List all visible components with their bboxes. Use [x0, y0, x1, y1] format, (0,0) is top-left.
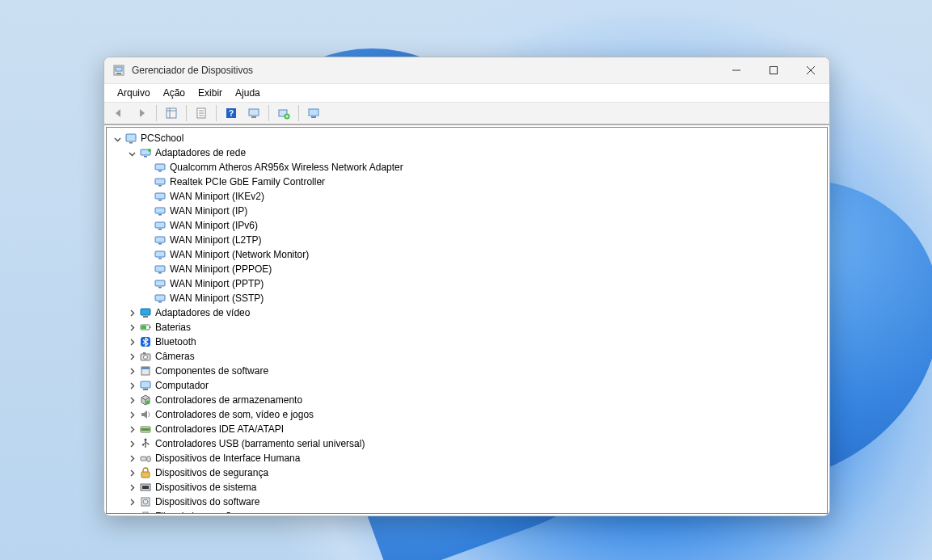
tree-label: Filas de impressão [155, 511, 245, 514]
svg-rect-22 [309, 109, 318, 116]
menu-view[interactable]: Exibir [192, 86, 229, 100]
help-button[interactable]: ? [221, 103, 241, 123]
svg-rect-4 [770, 67, 778, 74]
network-device-icon [154, 161, 167, 174]
scan-hardware-button[interactable] [244, 103, 264, 123]
tree-label: Computador [155, 380, 217, 391]
device-manager-window: Gerenciador de Dispositivos Arquivo Ação… [103, 57, 830, 516]
device-item[interactable]: WAN Miniport (Network Monitor) [112, 247, 827, 262]
content-area: PCSchoolAdaptadores de redeQualcomm Athe… [104, 124, 829, 516]
tree-label: Controladores de armazenamento [155, 394, 310, 406]
add-legacy-hardware-button[interactable] [274, 103, 293, 123]
svg-rect-1 [116, 67, 122, 71]
sound-controller-icon [139, 408, 152, 421]
device-item[interactable]: WAN Miniport (IKEv2) [112, 189, 827, 204]
network-device-icon [154, 248, 167, 261]
battery-icon [139, 321, 152, 334]
expander-icon[interactable] [126, 322, 137, 333]
svg-rect-17 [251, 116, 256, 118]
category-item[interactable]: Controladores IDE ATA/ATAPI [112, 422, 827, 436]
expander-icon[interactable] [112, 133, 123, 144]
tree-label: Dispositivos do software [155, 496, 268, 507]
expander-icon[interactable] [126, 496, 137, 507]
close-button[interactable] [792, 57, 829, 83]
device-item[interactable]: WAN Miniport (L2TP) [112, 233, 827, 247]
svg-rect-23 [311, 116, 316, 118]
storage-controller-icon [139, 394, 152, 406]
maximize-button[interactable] [755, 57, 792, 83]
tree-scroll[interactable]: PCSchoolAdaptadores de redeQualcomm Athe… [106, 127, 828, 514]
expander-icon[interactable] [126, 409, 137, 420]
device-item[interactable]: WAN Miniport (IP) [112, 204, 827, 218]
menu-help[interactable]: Ajuda [229, 86, 267, 100]
category-item[interactable]: Dispositivos do software [112, 495, 827, 509]
device-item[interactable]: Realtek PCIe GbE Family Controller [112, 175, 827, 189]
category-network-adapters[interactable]: Adaptadores de rede [112, 145, 827, 160]
device-item[interactable]: WAN Miniport (PPPOE) [112, 262, 827, 276]
root-icon [124, 132, 137, 145]
tree-label: Controladores de som, vídeo e jogos [155, 409, 322, 420]
category-item[interactable]: Baterias [112, 320, 827, 335]
network-adapter-icon [139, 146, 152, 159]
expander-icon[interactable] [126, 307, 137, 318]
expander-icon[interactable] [126, 438, 137, 449]
display-adapter-icon [139, 306, 152, 319]
minimize-button[interactable] [718, 57, 755, 83]
menu-file[interactable]: Arquivo [111, 86, 157, 100]
device-item[interactable]: WAN Miniport (PPTP) [112, 276, 827, 291]
properties-button[interactable] [192, 103, 211, 123]
tree-label: Dispositivos de Interface Humana [155, 453, 308, 464]
expander-icon[interactable] [126, 365, 137, 377]
expander-icon[interactable] [126, 467, 137, 478]
category-item[interactable]: Bluetooth [112, 335, 827, 349]
category-item[interactable]: Controladores de armazenamento [112, 393, 827, 407]
tree-label: Dispositivos de sistema [155, 482, 264, 493]
expander-icon[interactable] [126, 147, 137, 158]
camera-icon [139, 350, 152, 363]
tree-label: Câmeras [155, 351, 203, 362]
expander-icon[interactable] [126, 423, 137, 435]
software-device-icon [139, 495, 152, 508]
tree-label: Baterias [155, 322, 199, 333]
device-item[interactable]: WAN Miniport (IPv6) [112, 218, 827, 233]
expander-icon[interactable] [126, 511, 137, 514]
app-icon [112, 64, 125, 77]
tree-label: Adaptadores de vídeo [155, 307, 258, 318]
expander-icon[interactable] [126, 380, 137, 391]
tree-label: Qualcomm Atheros AR956x Wireless Network… [170, 162, 411, 173]
device-item[interactable]: WAN Miniport (SSTP) [112, 291, 827, 305]
tree-root[interactable]: PCSchool [112, 131, 827, 145]
network-device-icon [154, 204, 167, 217]
category-item[interactable]: Controladores de som, vídeo e jogos [112, 407, 827, 422]
show-tree-button[interactable] [162, 103, 181, 123]
tree-label: WAN Miniport (L2TP) [170, 234, 270, 246]
forward-button[interactable] [132, 103, 151, 123]
back-button[interactable] [109, 103, 129, 123]
category-item[interactable]: Dispositivos de segurança [112, 465, 827, 480]
category-item[interactable]: Componentes de software [112, 364, 827, 378]
menu-action[interactable]: Ação [157, 86, 192, 100]
category-item[interactable]: Dispositivos de sistema [112, 480, 827, 495]
svg-rect-16 [249, 109, 259, 116]
expander-icon[interactable] [126, 482, 137, 493]
svg-rect-2 [116, 73, 121, 74]
network-device-icon [154, 292, 167, 305]
svg-text:?: ? [229, 109, 234, 118]
expander-icon[interactable] [126, 336, 137, 347]
hid-icon [139, 452, 152, 465]
expander-icon[interactable] [126, 453, 137, 464]
category-item[interactable]: Adaptadores de vídeo [112, 305, 827, 320]
category-item[interactable]: Câmeras [112, 349, 827, 364]
category-item[interactable]: Computador [112, 378, 827, 393]
device-item[interactable]: Qualcomm Atheros AR956x Wireless Network… [112, 160, 827, 175]
category-item[interactable]: Controladores USB (barramento serial uni… [112, 436, 827, 451]
category-item[interactable]: Dispositivos de Interface Humana [112, 451, 827, 465]
view-devices-button[interactable] [304, 103, 323, 123]
menubar: Arquivo Ação Exibir Ajuda [104, 83, 829, 103]
expander-icon[interactable] [126, 394, 137, 406]
titlebar[interactable]: Gerenciador de Dispositivos [104, 57, 829, 83]
toolbar: ? [104, 103, 829, 124]
ide-controller-icon [139, 423, 152, 436]
category-item[interactable]: Filas de impressão [112, 509, 827, 514]
expander-icon[interactable] [126, 351, 137, 362]
